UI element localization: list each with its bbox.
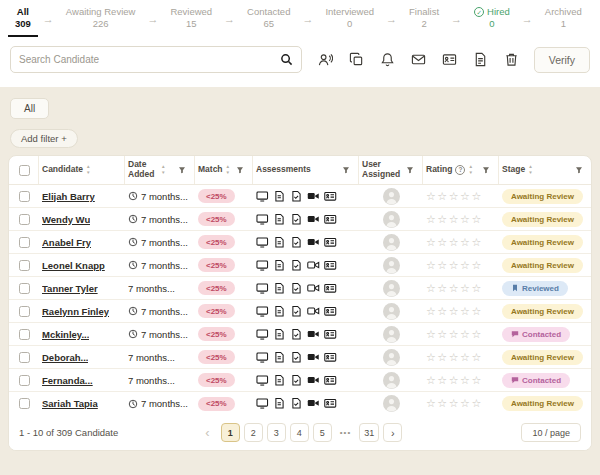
table-row[interactable]: Elijah Barry 7 months... <25% ☆☆☆☆☆ Awai… [9, 185, 591, 208]
candidate-link[interactable]: Anabel Fry [42, 237, 91, 248]
page-size-select[interactable]: 10 / page [521, 423, 581, 442]
filter-funnel-icon[interactable] [236, 166, 244, 174]
candidate-link[interactable]: Sariah Tapia [42, 398, 98, 409]
page-button-1[interactable]: 1 [221, 423, 240, 442]
tab-reviewed[interactable]: ✓ Reviewed 15 [163, 0, 219, 37]
video-icon[interactable] [307, 213, 320, 226]
video-icon[interactable] [307, 282, 320, 295]
table-row[interactable]: Wendy Wu 7 months... <25% ☆☆☆☆☆ Awaiting… [9, 208, 591, 231]
document-check-icon[interactable] [290, 351, 303, 364]
page-button-31[interactable]: 31 [359, 423, 379, 442]
document-check-icon[interactable] [290, 190, 303, 203]
candidate-link[interactable]: Elijah Barry [42, 191, 95, 202]
id-card-icon[interactable] [324, 374, 337, 387]
rating-stars[interactable]: ☆☆☆☆☆ [426, 351, 483, 364]
table-row[interactable]: Raelynn Finley 7 months... <25% ☆☆☆☆☆ Aw… [9, 300, 591, 323]
table-row[interactable]: Leonel Knapp 7 months... <25% ☆☆☆☆☆ Awai… [9, 254, 591, 277]
column-date-added[interactable]: Date Added ▲▼ [125, 156, 195, 184]
video-icon[interactable] [307, 397, 320, 410]
id-card-icon[interactable] [324, 190, 337, 203]
id-card-icon[interactable] [324, 328, 337, 341]
id-card-icon[interactable] [324, 213, 337, 226]
filter-funnel-icon[interactable] [342, 166, 350, 174]
search-input[interactable] [19, 54, 280, 65]
column-candidate[interactable]: Candidate ▲▼ [39, 156, 125, 184]
page-button-4[interactable]: 4 [290, 423, 309, 442]
document-icon[interactable] [273, 282, 286, 295]
document-check-icon[interactable] [290, 328, 303, 341]
row-checkbox[interactable] [19, 306, 30, 317]
candidate-link[interactable]: Fernanda... [42, 375, 93, 386]
rating-stars[interactable]: ☆☆☆☆☆ [426, 397, 483, 410]
tab-archived[interactable]: ✓ Archived 1 [538, 0, 589, 37]
table-row[interactable]: Fernanda... 7 months... <25% ☆☆☆☆☆ Conta… [9, 369, 591, 392]
column-stage[interactable]: Stage ▲▼ [499, 156, 591, 184]
document-icon[interactable] [273, 397, 286, 410]
mail-icon[interactable] [411, 52, 426, 67]
document-icon[interactable] [273, 236, 286, 249]
tab-hired[interactable]: ✓ Hired 0 [467, 0, 517, 37]
sort-icon[interactable]: ▲▼ [161, 165, 166, 175]
row-checkbox[interactable] [19, 191, 30, 202]
document-icon[interactable] [273, 374, 286, 387]
tab-awaiting-review[interactable]: ✓ Awaiting Review 226 [59, 0, 143, 37]
screen-assessment-icon[interactable] [256, 397, 269, 410]
document-check-icon[interactable] [290, 282, 303, 295]
row-checkbox[interactable] [19, 214, 30, 225]
filter-funnel-icon[interactable] [575, 166, 583, 174]
screen-assessment-icon[interactable] [256, 305, 269, 318]
document-check-icon[interactable] [290, 305, 303, 318]
candidate-link[interactable]: Raelynn Finley [42, 306, 109, 317]
verify-button[interactable]: Verify [534, 47, 590, 73]
trash-icon[interactable] [504, 52, 519, 67]
id-card-icon[interactable] [324, 259, 337, 272]
id-card-icon[interactable] [442, 52, 457, 67]
table-row[interactable]: Tanner Tyler 7 months... <25% ☆☆☆☆☆ Revi… [9, 277, 591, 300]
candidate-link[interactable]: Leonel Knapp [42, 260, 105, 271]
tab-finalist[interactable]: ✓ Finalist 2 [402, 0, 446, 37]
id-card-icon[interactable] [324, 236, 337, 249]
tab-contacted[interactable]: ✓ Contacted 65 [240, 0, 297, 37]
video-icon[interactable] [307, 351, 320, 364]
column-assessments[interactable]: Assessments [253, 156, 359, 184]
filter-funnel-icon[interactable] [482, 166, 490, 174]
sort-icon[interactable]: ▲▼ [86, 165, 91, 175]
rating-stars[interactable]: ☆☆☆☆☆ [426, 374, 483, 387]
document-check-icon[interactable] [290, 259, 303, 272]
pagination-prev-button[interactable]: ‹ [198, 423, 217, 442]
rating-stars[interactable]: ☆☆☆☆☆ [426, 282, 483, 295]
sort-icon[interactable]: ▲▼ [226, 165, 231, 175]
video-icon[interactable] [307, 236, 320, 249]
page-button-2[interactable]: 2 [244, 423, 263, 442]
bell-icon[interactable] [380, 52, 395, 67]
video-icon[interactable] [307, 259, 320, 272]
video-icon[interactable] [307, 374, 320, 387]
rating-stars[interactable]: ☆☆☆☆☆ [426, 213, 483, 226]
rating-stars[interactable]: ☆☆☆☆☆ [426, 328, 483, 341]
rating-stars[interactable]: ☆☆☆☆☆ [426, 236, 483, 249]
document-check-icon[interactable] [290, 236, 303, 249]
pagination-ellipsis[interactable]: ••• [336, 423, 355, 442]
screen-assessment-icon[interactable] [256, 328, 269, 341]
file-note-icon[interactable] [473, 52, 488, 67]
sort-icon[interactable]: ▲▼ [528, 165, 533, 175]
id-card-icon[interactable] [324, 305, 337, 318]
view-chip-all[interactable]: All [10, 98, 49, 119]
page-button-3[interactable]: 3 [267, 423, 286, 442]
row-checkbox[interactable] [19, 237, 30, 248]
id-card-icon[interactable] [324, 282, 337, 295]
id-card-icon[interactable] [324, 351, 337, 364]
table-row[interactable]: Deborah... 7 months... <25% ☆☆☆☆☆ Awaiti… [9, 346, 591, 369]
id-card-icon[interactable] [324, 397, 337, 410]
video-icon[interactable] [307, 190, 320, 203]
row-checkbox[interactable] [19, 398, 30, 409]
tab-interviewed[interactable]: ✓ Interviewed 0 [318, 0, 381, 37]
row-checkbox[interactable] [19, 352, 30, 363]
rating-stars[interactable]: ☆☆☆☆☆ [426, 190, 483, 203]
row-checkbox[interactable] [19, 329, 30, 340]
page-button-5[interactable]: 5 [313, 423, 332, 442]
table-row[interactable]: Anabel Fry 7 months... <25% ☆☆☆☆☆ Awaiti… [9, 231, 591, 254]
document-check-icon[interactable] [290, 374, 303, 387]
search-icon[interactable] [280, 53, 293, 66]
screen-assessment-icon[interactable] [256, 190, 269, 203]
